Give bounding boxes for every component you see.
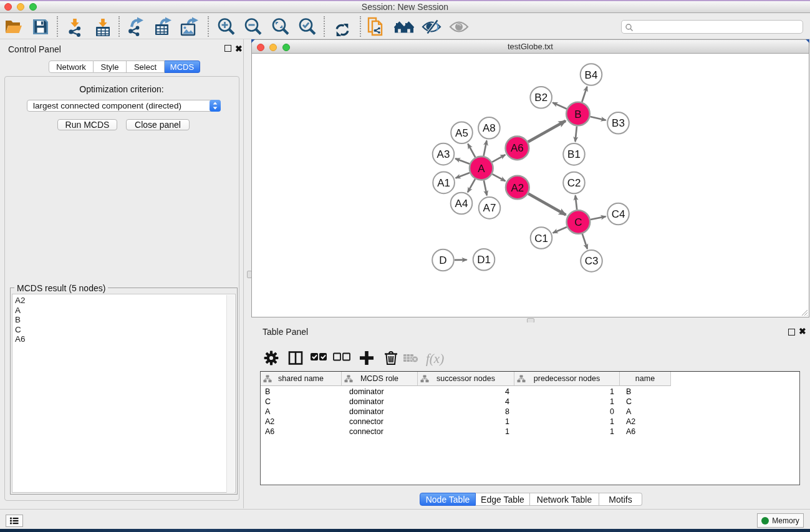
- svg-text:B4: B4: [585, 69, 598, 81]
- svg-text:B3: B3: [612, 117, 625, 129]
- svg-text:C3: C3: [585, 255, 599, 267]
- svg-text:B1: B1: [567, 148, 581, 160]
- svg-text:A1: A1: [437, 177, 450, 189]
- svg-text:A: A: [478, 163, 485, 175]
- svg-text:C4: C4: [612, 208, 625, 220]
- svg-text:C1: C1: [534, 233, 548, 244]
- svg-text:D1: D1: [477, 254, 491, 266]
- svg-text:A6: A6: [511, 142, 524, 154]
- svg-text:B: B: [574, 109, 581, 120]
- svg-text:A5: A5: [455, 127, 468, 139]
- svg-text:D: D: [439, 254, 446, 266]
- svg-text:C2: C2: [567, 177, 581, 189]
- svg-text:C: C: [574, 216, 582, 228]
- svg-text:A3: A3: [437, 148, 450, 160]
- svg-text:A8: A8: [483, 122, 496, 134]
- svg-text:A4: A4: [455, 198, 468, 210]
- svg-text:A2: A2: [511, 182, 524, 194]
- svg-text:A7: A7: [483, 202, 496, 214]
- svg-text:B2: B2: [534, 92, 547, 104]
